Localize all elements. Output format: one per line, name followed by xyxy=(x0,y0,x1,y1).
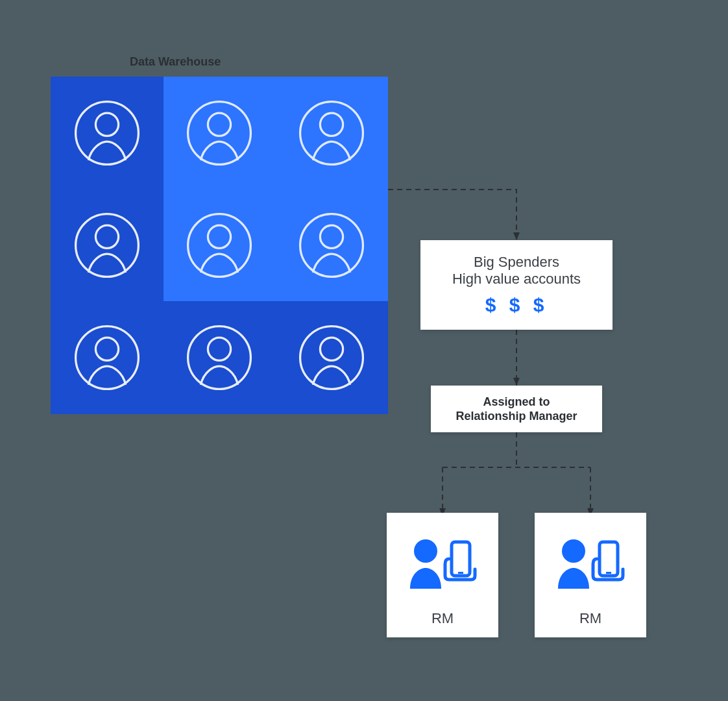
rm-card: RM xyxy=(387,513,498,637)
dollar-icons: $ $ $ xyxy=(485,294,548,316)
data-warehouse-box xyxy=(51,77,388,414)
spenders-title-line2: High value accounts xyxy=(452,271,581,288)
svg-point-4 xyxy=(75,101,138,164)
rm-card: RM xyxy=(535,513,646,637)
svg-marker-0 xyxy=(513,232,520,240)
spenders-title-line1: Big Spenders xyxy=(474,254,559,271)
svg-point-11 xyxy=(188,326,251,389)
big-spenders-card: Big Spenders High value accounts $ $ $ xyxy=(420,240,613,330)
user-icon xyxy=(296,210,367,281)
svg-point-12 xyxy=(300,326,363,389)
user-icon xyxy=(71,210,143,281)
svg-point-6 xyxy=(300,101,363,164)
svg-marker-1 xyxy=(513,378,520,386)
svg-point-5 xyxy=(188,101,251,164)
svg-rect-18 xyxy=(606,572,611,574)
assigned-line1: Assigned to xyxy=(483,395,550,410)
data-warehouse-title: Data Warehouse xyxy=(130,55,221,69)
rm-icon xyxy=(404,513,481,610)
svg-point-7 xyxy=(75,214,138,277)
svg-point-10 xyxy=(75,326,138,389)
user-icon xyxy=(184,210,255,281)
user-grid xyxy=(51,77,388,414)
rm-icon xyxy=(552,513,629,610)
assigned-to-card: Assigned to Relationship Manager xyxy=(431,386,602,432)
svg-point-13 xyxy=(414,539,437,563)
rm-label: RM xyxy=(431,610,454,627)
svg-point-8 xyxy=(188,214,251,277)
user-icon xyxy=(184,97,255,169)
user-icon xyxy=(296,97,367,169)
user-icon xyxy=(296,322,367,393)
assigned-line2: Relationship Manager xyxy=(455,409,577,424)
user-icon xyxy=(71,322,143,393)
svg-rect-17 xyxy=(600,542,618,576)
svg-point-16 xyxy=(562,539,585,563)
svg-point-9 xyxy=(300,214,363,277)
user-icon xyxy=(71,97,143,169)
rm-label: RM xyxy=(579,610,601,627)
svg-rect-14 xyxy=(452,542,470,576)
svg-rect-15 xyxy=(458,572,463,574)
user-icon xyxy=(184,322,255,393)
